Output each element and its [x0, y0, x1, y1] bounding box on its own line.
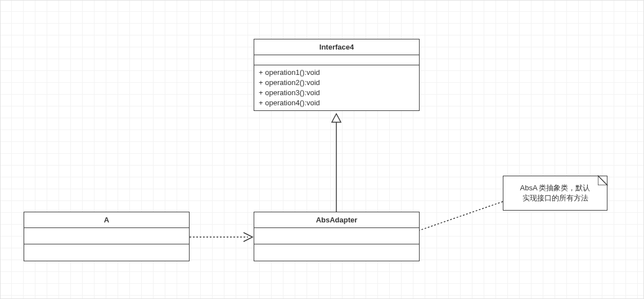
uml-note-box: AbsA 类抽象类，默认 实现接口的所有方法 [503, 176, 607, 211]
class-a-title: A [24, 212, 189, 228]
absadapter-title: AbsAdapter [254, 212, 419, 228]
note-text-line: 实现接口的所有方法 [509, 193, 601, 203]
uml-interface-box: Interface4 + operation1():void + operati… [254, 39, 420, 111]
interface-operation: + operation2():void [259, 78, 415, 88]
interface-attributes-section [254, 55, 419, 65]
note-connector-line [420, 202, 503, 230]
interface-operation: + operation4():void [259, 98, 415, 108]
note-text-line: AbsA 类抽象类，默认 [509, 183, 601, 193]
class-a-attributes-section [24, 228, 189, 244]
interface-operations-section: + operation1():void + operation2():void … [254, 65, 419, 110]
absadapter-operations-section [254, 244, 419, 261]
class-a-operations-section [24, 244, 189, 261]
absadapter-attributes-section [254, 228, 419, 244]
interface-title: Interface4 [254, 39, 419, 55]
interface-operation: + operation1():void [259, 68, 415, 78]
uml-absadapter-box: AbsAdapter [254, 212, 420, 261]
uml-class-a-box: A [24, 212, 190, 261]
note-corner-fold [598, 175, 608, 185]
dependency-arrowhead [244, 233, 253, 242]
inheritance-arrowhead [332, 114, 341, 122]
interface-operation: + operation3():void [259, 88, 415, 98]
